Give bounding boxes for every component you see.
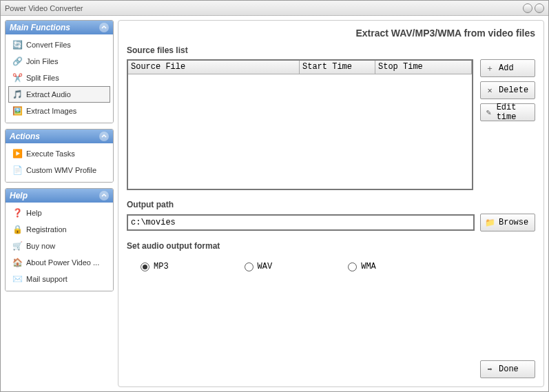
sidebar-item-label: Extract Images (26, 107, 76, 115)
sidebar-item-convert-files[interactable]: 🔄Convert Files (8, 37, 110, 53)
panel-actions: Actions ▶️Execute Tasks 📄Custom WMV Prof… (5, 129, 114, 183)
sidebar-item-label: Convert Files (26, 41, 71, 49)
add-button[interactable]: ＋Add (480, 59, 535, 77)
sidebar-item-label: Split Files (26, 74, 59, 82)
folder-icon: 📁 (485, 218, 495, 228)
help-icon: ❓ (12, 207, 23, 218)
radio-label: WMA (361, 262, 376, 271)
button-label: Browse (499, 218, 528, 227)
sidebar-item-label: Help (26, 209, 42, 217)
col-stop-time[interactable]: Stop Time (375, 61, 472, 74)
sidebar-item-label: Custom WMV Profile (26, 166, 96, 174)
output-path-input[interactable]: c:\movies (127, 214, 475, 231)
delete-button[interactable]: ✕Delete (480, 81, 535, 99)
panel-header-main-functions[interactable]: Main Functions (6, 21, 113, 34)
plus-icon: ＋ (485, 63, 495, 74)
page-title: Extract WAV/MP3/WMA from video files (127, 26, 535, 43)
minimize-button[interactable] (523, 3, 532, 13)
join-icon: 🔗 (12, 56, 23, 67)
radio-icon (245, 262, 253, 271)
split-icon: ✂️ (12, 72, 23, 83)
panel-help: Help ❓Help 🔒Registration 🛒Buy now 🏠About… (5, 188, 114, 291)
sidebar-item-join-files[interactable]: 🔗Join Files (8, 53, 110, 70)
cart-icon: 🛒 (12, 240, 23, 251)
col-start-time[interactable]: Start Time (300, 61, 375, 74)
col-source-file[interactable]: Source File (128, 61, 300, 74)
panel-main-functions: Main Functions 🔄Convert Files 🔗Join File… (5, 20, 114, 123)
arrow-right-icon: ➡ (485, 364, 495, 375)
main-content: Extract WAV/MP3/WMA from video files Sou… (118, 20, 544, 387)
panel-header-help[interactable]: Help (6, 189, 113, 203)
sidebar-item-extract-audio[interactable]: 🎵Extract Audio (8, 86, 110, 103)
format-label: Set audio output format (127, 241, 535, 251)
convert-icon: 🔄 (12, 39, 23, 50)
radio-label: WAV (258, 262, 273, 271)
app-window: Power Video Converter Main Functions 🔄Co… (0, 0, 549, 392)
radio-label: MP3 (154, 262, 169, 271)
button-label: Add (499, 63, 514, 73)
home-icon: 🏠 (12, 257, 23, 268)
panel-title: Main Functions (10, 23, 70, 32)
radio-mp3[interactable]: MP3 (141, 262, 169, 271)
chevron-up-icon (99, 191, 109, 200)
radio-wma[interactable]: WMA (348, 262, 376, 271)
mail-icon: ✉️ (12, 274, 23, 285)
chevron-up-icon (99, 132, 109, 141)
execute-icon: ▶️ (12, 148, 23, 159)
sidebar-item-buy-now[interactable]: 🛒Buy now (8, 238, 110, 254)
titlebar: Power Video Converter (1, 1, 548, 16)
app-title: Power Video Converter (5, 4, 83, 12)
done-button[interactable]: ➡Done (480, 360, 535, 378)
sidebar-item-label: Execute Tasks (26, 149, 75, 158)
edit-icon: ✎ (485, 107, 493, 118)
button-label: Delete (499, 85, 528, 95)
output-path-value: c:\movies (131, 218, 176, 227)
sidebar: Main Functions 🔄Convert Files 🔗Join File… (5, 20, 114, 387)
sidebar-item-help[interactable]: ❓Help (8, 205, 110, 221)
profile-icon: 📄 (12, 165, 23, 176)
sidebar-item-label: About Power Video ... (26, 258, 99, 267)
sidebar-item-label: Mail support (26, 275, 68, 283)
radio-icon (141, 262, 149, 271)
sidebar-item-about[interactable]: 🏠About Power Video ... (8, 254, 110, 271)
source-files-label: Source files list (127, 45, 535, 55)
source-files-table[interactable]: Source File Start Time Stop Time (127, 59, 473, 190)
x-icon: ✕ (485, 85, 495, 96)
output-path-label: Output path (127, 200, 535, 209)
image-icon: 🖼️ (12, 105, 23, 116)
sidebar-item-mail-support[interactable]: ✉️Mail support (8, 271, 110, 287)
sidebar-item-label: Join Files (26, 57, 58, 65)
button-label: Edit time (497, 103, 530, 122)
sidebar-item-execute-tasks[interactable]: ▶️Execute Tasks (8, 145, 110, 162)
sidebar-item-label: Buy now (26, 242, 55, 250)
lock-icon: 🔒 (12, 224, 23, 235)
panel-title: Help (10, 191, 28, 200)
sidebar-item-extract-images[interactable]: 🖼️Extract Images (8, 103, 110, 119)
panel-title: Actions (10, 132, 40, 141)
sidebar-item-label: Extract Audio (26, 90, 71, 99)
chevron-up-icon (99, 23, 109, 32)
sidebar-item-split-files[interactable]: ✂️Split Files (8, 70, 110, 86)
radio-wav[interactable]: WAV (245, 262, 273, 271)
radio-icon (348, 262, 357, 271)
sidebar-item-custom-wmv[interactable]: 📄Custom WMV Profile (8, 162, 110, 178)
body: Main Functions 🔄Convert Files 🔗Join File… (1, 16, 548, 391)
audio-icon: 🎵 (12, 89, 23, 100)
close-button[interactable] (535, 3, 544, 13)
edit-time-button[interactable]: ✎Edit time (480, 103, 535, 121)
sidebar-item-label: Registration (26, 225, 67, 234)
table-header: Source File Start Time Stop Time (128, 61, 472, 74)
panel-header-actions[interactable]: Actions (6, 130, 113, 143)
button-label: Done (499, 364, 519, 374)
browse-button[interactable]: 📁Browse (480, 214, 535, 231)
sidebar-item-registration[interactable]: 🔒Registration (8, 221, 110, 238)
